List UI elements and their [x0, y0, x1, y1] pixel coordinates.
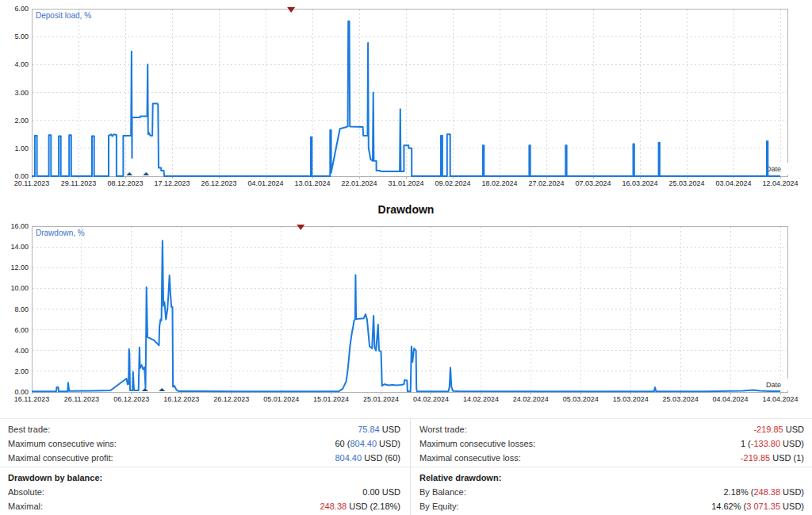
x-tick-label: 04.02.2024	[413, 395, 449, 403]
x-tick-label: 15.01.2024	[313, 395, 349, 403]
tester-report: Deposit load, % 6.005.004.003.002.001.00…	[0, 0, 812, 515]
x-tick-label: 25.03.2024	[663, 395, 699, 403]
x-tick-label: 16.11.2023	[14, 395, 49, 403]
drawdown-plot: 16.0014.0012.0010.008.006.004.002.000.00…	[0, 221, 812, 405]
stat-label: By Balance:	[419, 485, 466, 499]
x-tick-label: 05.01.2024	[263, 395, 299, 403]
x-tick-label: 12.04.2024	[762, 179, 798, 187]
x-tick-label: 27.02.2024	[528, 179, 564, 187]
stat-label: Worst trade:	[419, 422, 467, 436]
x-tick-label: 04.01.2024	[247, 179, 283, 187]
y-tick-label: 1.00	[14, 144, 29, 152]
deposit-load-legend: Deposit load, %	[36, 11, 91, 20]
stat-label: Maximum consecutive wins:	[8, 436, 117, 451]
x-tick-label: 16.03.2024	[622, 179, 657, 187]
x-tick-label: 05.03.2024	[563, 395, 599, 403]
x-tick-label: 22.01.2024	[341, 179, 377, 187]
stat-row: Maximal consecutive profit:804.40 USD (6…	[8, 451, 400, 465]
stat-label: Absolute:	[8, 485, 44, 499]
stat-row: Maximum consecutive losses:1 (-133.80 US…	[419, 436, 804, 451]
stat-label: Maximal consecutive loss:	[419, 451, 521, 465]
y-tick-label: 2.00	[14, 117, 29, 125]
x-tick-label: 13.01.2024	[294, 179, 330, 187]
y-tick-label: 8.00	[14, 306, 29, 313]
x-tick-label: 08.12.2023	[107, 179, 143, 187]
y-tick-label: 6.00	[14, 5, 29, 13]
y-tick-label: 14.00	[10, 243, 29, 251]
x-tick-label: 26.12.2023	[201, 179, 236, 187]
stat-value: 75.84 USD	[358, 422, 400, 436]
stat-label: Maximal:	[8, 499, 43, 513]
stat-row: Worst trade:-219.85 USD	[419, 422, 804, 436]
stat-row: By Balance:2.18% (248.38 USD)	[419, 485, 804, 499]
x-tick-label: 20.11.2023	[14, 179, 49, 187]
stat-label: Best trade:	[8, 422, 50, 436]
x-axis-label: Date	[766, 381, 781, 389]
stats-right-column: Relative drawdown:By Balance:2.18% (248.…	[410, 467, 812, 515]
y-tick-label: 4.00	[14, 60, 29, 68]
stat-row: Maximum consecutive wins:60 (804.40 USD)	[8, 436, 400, 451]
x-tick-label: 26.11.2023	[64, 395, 99, 403]
x-tick-label: 09.02.2024	[435, 179, 470, 187]
x-tick-label: 14.04.2024	[762, 395, 798, 403]
stats-left-column: Best trade:75.84 USDMaximum consecutive …	[0, 419, 410, 467]
stats-right-column: Worst trade:-219.85 USDMaximum consecuti…	[410, 419, 812, 467]
stats-section: Best trade:75.84 USDMaximum consecutive …	[0, 418, 812, 467]
y-tick-label: 2.00	[14, 367, 29, 375]
x-tick-label: 29.11.2023	[61, 179, 96, 187]
stats-section: Drawdown by balance:Absolute:0.00 USDMax…	[0, 467, 812, 515]
stat-row: Maximal consecutive loss:-219.85 USD (1)	[419, 451, 804, 465]
deposit-load-chart: Deposit load, % 6.005.004.003.002.001.00…	[0, 0, 812, 190]
stat-row: By Equity:14.62% (3 071.35 USD)	[419, 499, 804, 513]
drawdown-legend: Drawdown, %	[36, 229, 85, 237]
x-tick-label: 26.12.2023	[213, 395, 249, 403]
drawdown-chart: Drawdown, % 16.0014.0012.0010.008.006.00…	[0, 221, 812, 405]
stat-row: Maximal:248.38 USD (2.18%)	[8, 499, 400, 513]
stat-row: Absolute:0.00 USD	[8, 485, 400, 499]
x-tick-label: 25.01.2024	[363, 395, 399, 403]
stat-value: 14.62% (3 071.35 USD)	[711, 499, 804, 513]
stat-value: 248.38 USD (2.18%)	[320, 499, 400, 513]
x-tick-label: 15.03.2024	[613, 395, 649, 403]
drawdown-title: Drawdown	[0, 203, 812, 216]
x-tick-label: 17.12.2023	[154, 179, 190, 187]
x-tick-label: 14.02.2024	[463, 395, 499, 403]
x-tick-label: 03.04.2024	[715, 179, 751, 187]
stats-group-header: Drawdown by balance:	[8, 471, 400, 485]
deposit-load-plot: 6.005.004.003.002.001.000.0020.11.202329…	[0, 0, 812, 190]
y-tick-label: 16.00	[10, 222, 29, 230]
stat-label: Maximum consecutive losses:	[419, 436, 535, 451]
stat-value: -219.85 USD	[753, 422, 804, 436]
x-tick-label: 31.01.2024	[388, 179, 423, 187]
statistics-table: Best trade:75.84 USDMaximum consecutive …	[0, 418, 812, 515]
stat-value: 2.18% (248.38 USD)	[723, 485, 804, 499]
x-tick-label: 07.03.2024	[575, 179, 611, 187]
stats-group-header: Relative drawdown:	[419, 471, 804, 485]
stat-value: -219.85 USD (1)	[741, 451, 804, 465]
y-tick-label: 3.00	[14, 89, 29, 97]
y-tick-label: 4.00	[14, 347, 29, 355]
y-tick-label: 12.00	[10, 263, 29, 271]
stat-row: Best trade:75.84 USD	[8, 422, 400, 436]
stat-value: 1 (-133.80 USD)	[741, 436, 804, 451]
stat-value: 60 (804.40 USD)	[335, 436, 400, 451]
y-tick-label: 6.00	[14, 326, 29, 334]
x-tick-label: 24.02.2024	[513, 395, 549, 403]
x-tick-label: 06.12.2023	[113, 395, 149, 403]
x-tick-label: 18.02.2024	[481, 179, 517, 187]
stat-label: By Equity:	[419, 499, 459, 513]
y-tick-label: 5.00	[14, 33, 29, 40]
stats-left-column: Drawdown by balance:Absolute:0.00 USDMax…	[0, 467, 410, 515]
x-tick-label: 25.03.2024	[668, 179, 704, 187]
stat-value: 0.00 USD	[362, 485, 400, 499]
stat-label: Maximal consecutive profit:	[8, 451, 113, 465]
x-tick-label: 16.12.2023	[163, 395, 199, 403]
stat-value: 804.40 USD (60)	[335, 451, 400, 465]
y-tick-label: 10.00	[10, 284, 29, 292]
x-tick-label: 04.04.2024	[713, 395, 749, 403]
